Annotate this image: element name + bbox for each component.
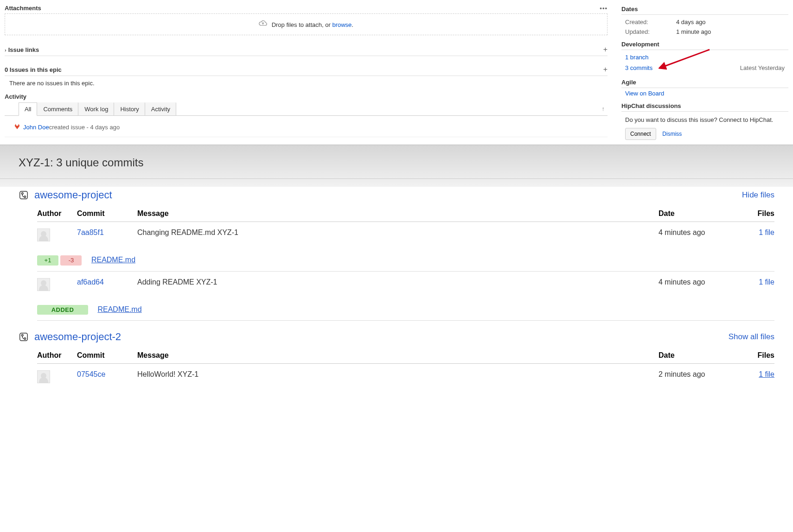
repo-icon	[19, 332, 29, 342]
view-on-board-link[interactable]: View on Board	[625, 90, 664, 97]
file-change-row: +1 -3 README.md	[37, 249, 774, 271]
project-name-link[interactable]: awesome-project-2	[34, 331, 121, 343]
epic-empty-text: There are no issues in this epic.	[5, 76, 608, 93]
activity-heading: Activity	[5, 93, 608, 100]
hipchat-heading: HipChat discussions	[621, 102, 788, 112]
col-files: Files	[737, 206, 774, 222]
issue-links-header[interactable]: ›Issue links +	[5, 43, 608, 56]
col-author: Author	[37, 348, 77, 364]
epic-header: 0 Issues in this epic +	[5, 63, 608, 76]
dropzone-text: Drop files to attach, or	[272, 21, 333, 28]
commit-message: HelloWorld! XYZ-1	[137, 364, 659, 391]
hipchat-connect-button[interactable]: Connect	[625, 128, 656, 140]
commit-row: af6ad64 Adding README XYZ-1 4 minutes ag…	[37, 271, 774, 298]
files-count-link[interactable]: 1 file	[759, 278, 774, 286]
svg-rect-4	[20, 333, 28, 341]
commit-hash-link[interactable]: 7aa85f1	[77, 228, 104, 236]
avatar	[37, 370, 50, 383]
activity-author-link[interactable]: John Doe	[23, 124, 49, 131]
svg-point-5	[21, 335, 23, 336]
files-count-link[interactable]: 1 file	[759, 370, 774, 378]
commits-table: Author Commit Message Date Files 07545ce…	[37, 348, 774, 391]
show-files-link[interactable]: Show all files	[729, 332, 774, 342]
commit-message: Changing README.md XYZ-1	[137, 222, 659, 249]
epic-heading-text: 0 Issues in this epic	[5, 66, 62, 73]
commit-date: 4 minutes ago	[659, 222, 737, 249]
agile-heading: Agile	[621, 79, 788, 88]
commit-row: 7aa85f1 Changing README.md XYZ-1 4 minut…	[37, 222, 774, 249]
commits-title: XYZ-1: 3 unique commits	[0, 145, 793, 179]
commits-panel: XYZ-1: 3 unique commits awesome-project …	[0, 145, 793, 405]
add-epic-issue-button[interactable]: +	[603, 65, 608, 74]
dev-branch-link[interactable]: 1 branch	[625, 54, 649, 61]
col-author: Author	[37, 206, 77, 222]
activity-tabs: All Comments Work log History Activity ↑	[5, 102, 608, 116]
commit-hash-link[interactable]: af6ad64	[77, 278, 104, 286]
svg-point-6	[24, 338, 26, 340]
collapse-activity-icon[interactable]: ↑	[599, 105, 608, 112]
diff-minus-badge: -3	[60, 255, 82, 266]
file-name-link[interactable]: README.md	[97, 305, 141, 313]
chevron-right-icon: ›	[5, 47, 6, 53]
dates-heading: Dates	[621, 6, 788, 15]
col-date: Date	[659, 206, 737, 222]
repo-icon	[19, 190, 29, 200]
add-issue-link-button[interactable]: +	[603, 45, 608, 54]
project-group: awesome-project Hide files Author Commit…	[0, 179, 793, 321]
avatar	[37, 278, 50, 291]
commit-message: Adding README XYZ-1	[137, 271, 659, 298]
tab-comments[interactable]: Comments	[37, 102, 78, 115]
svg-rect-1	[20, 191, 28, 199]
avatar	[37, 228, 50, 241]
activity-entry: John Doe created issue - 4 days ago	[5, 116, 608, 137]
svg-point-2	[21, 193, 23, 195]
hide-files-link[interactable]: Hide files	[742, 190, 774, 200]
dev-latest-text: Latest Yesterday	[740, 64, 785, 71]
col-message: Message	[137, 348, 659, 364]
tab-worklog[interactable]: Work log	[78, 102, 114, 115]
attachments-more-icon[interactable]: •••	[600, 5, 608, 12]
tab-activity[interactable]: Activity	[145, 102, 176, 115]
col-date: Date	[659, 348, 737, 364]
hipchat-dismiss-link[interactable]: Dismiss	[662, 131, 682, 137]
commit-date: 4 minutes ago	[659, 271, 737, 298]
date-created: Created: 4 days ago	[621, 16, 788, 25]
cloud-upload-icon	[259, 21, 269, 28]
col-files: Files	[737, 348, 774, 364]
file-name-link[interactable]: README.md	[91, 256, 135, 264]
svg-point-3	[24, 196, 26, 198]
diff-plus-badge: +1	[37, 255, 58, 266]
col-message: Message	[137, 206, 659, 222]
col-commit: Commit	[77, 206, 137, 222]
attachment-dropzone[interactable]: Drop files to attach, or browse.	[5, 13, 608, 35]
col-commit: Commit	[77, 348, 137, 364]
commit-date: 2 minutes ago	[659, 364, 737, 391]
activity-line: created issue - 4 days ago	[49, 124, 120, 131]
files-count-link[interactable]: 1 file	[759, 228, 774, 236]
browse-link[interactable]: browse	[332, 21, 352, 28]
gitlab-icon	[14, 123, 20, 131]
commit-row: 07545ce HelloWorld! XYZ-1 2 minutes ago …	[37, 364, 774, 391]
dev-commits-link[interactable]: 3 commits	[625, 64, 652, 71]
file-change-row: ADDED README.md	[37, 298, 774, 321]
date-updated: Updated: 1 minute ago	[621, 25, 788, 35]
project-group: awesome-project-2 Show all files Author …	[0, 321, 793, 391]
added-badge: ADDED	[37, 305, 88, 315]
commit-hash-link[interactable]: 07545ce	[77, 370, 105, 378]
project-name-link[interactable]: awesome-project	[34, 189, 112, 201]
hipchat-prompt: Do you want to discuss this issue? Conne…	[625, 116, 785, 123]
tab-history[interactable]: History	[114, 102, 145, 115]
tab-all[interactable]: All	[19, 102, 37, 116]
commits-table: Author Commit Message Date Files 7aa85f1…	[37, 206, 774, 321]
attachments-heading: Attachments •••	[5, 5, 608, 12]
development-heading: Development	[621, 41, 788, 50]
